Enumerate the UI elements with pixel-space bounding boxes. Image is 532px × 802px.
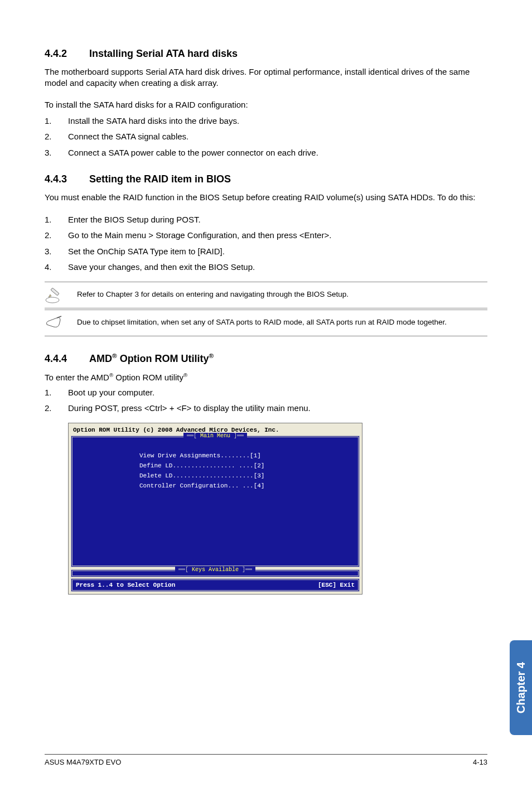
paragraph: The motherboard supports Serial ATA hard… (45, 66, 487, 89)
svg-rect-1 (51, 288, 59, 296)
bios-keys-box: ══[ Keys Available ]══ (71, 569, 360, 577)
ordered-list: 1.Install the SATA hard disks into the d… (45, 115, 487, 160)
bios-footer-right: [ESC] Exit (318, 582, 355, 588)
list-number: 1. (45, 386, 68, 399)
heading-4-4-2: 4.4.2Installing Serial ATA hard disks (45, 48, 487, 60)
list-number: 2. (45, 402, 68, 415)
bios-box-label: ══[ Main Menu ]══ (183, 433, 247, 439)
footer-right: 4-13 (473, 758, 487, 766)
list-number: 4. (45, 261, 68, 274)
bios-main-menu-box: ══[ Main Menu ]══ View Drive Assignments… (71, 436, 360, 567)
list-number: 3. (45, 147, 68, 160)
bios-menu-item: Controller Configuration... ...[4] (78, 481, 352, 491)
bios-screenshot: Option ROM Utility (c) 2008 Advanced Mic… (45, 421, 487, 595)
svg-marker-2 (49, 294, 51, 297)
bios-box-label: ══[ Keys Available ]══ (175, 567, 255, 573)
list-number: 2. (45, 131, 68, 143)
list-text: Boot up your computer. (68, 386, 154, 399)
list-text: Set the OnChip SATA Type item to [RAID]. (68, 245, 225, 258)
list-number: 2. (45, 229, 68, 242)
bios-menu-item: Delete LD......................[3] (78, 471, 352, 481)
heading-number: 4.4.2 (45, 48, 89, 60)
note-text: Refer to Chapter 3 for details on enteri… (77, 289, 349, 299)
paragraph: To install the SATA hard disks for a RAI… (45, 99, 487, 110)
bios-menu-item: View Drive Assignments........[1] (78, 451, 352, 461)
heading-4-4-3: 4.4.3Setting the RAID item in BIOS (45, 173, 487, 185)
list-text: During POST, press <Ctrl> + <F> to displ… (68, 402, 311, 415)
heading-text: Setting the RAID item in BIOS (89, 173, 231, 185)
list-number: 3. (45, 245, 68, 258)
hand-pointing-icon (45, 315, 67, 331)
paragraph: You must enable the RAID function in the… (45, 192, 487, 203)
chapter-side-tab: Chapter 4 (510, 640, 532, 735)
list-text: Save your changes, and then exit the BIO… (68, 261, 255, 274)
ordered-list: 1.Boot up your computer. 2.During POST, … (45, 386, 487, 415)
list-text: Enter the BIOS Setup during POST. (68, 214, 201, 226)
list-number: 1. (45, 214, 68, 226)
heading-text: Installing Serial ATA hard disks (89, 48, 238, 59)
list-text: Install the SATA hard disks into the dri… (68, 115, 239, 128)
heading-4-4-4: 4.4.4AMD® Option ROM Utility® (45, 352, 487, 365)
pencil-icon (45, 287, 67, 303)
list-text: Connect the SATA signal cables. (68, 131, 188, 143)
note-text: Due to chipset limitation, when set any … (77, 317, 447, 327)
bios-footer: Press 1..4 to Select Option [ESC] Exit (71, 578, 360, 592)
ordered-list: 1.Enter the BIOS Setup during POST. 2.Go… (45, 214, 487, 274)
page-footer: ASUS M4A79XTD EVO 4-13 (45, 754, 487, 766)
heading-number: 4.4.4 (45, 353, 89, 365)
paragraph: To enter the AMD® Option ROM utility® (45, 371, 487, 383)
note-block: Due to chipset limitation, when set any … (45, 310, 487, 336)
svg-point-0 (46, 297, 59, 303)
side-tab-label: Chapter 4 (515, 662, 528, 713)
bios-menu-item: Define LD................. ....[2] (78, 461, 352, 471)
footer-left: ASUS M4A79XTD EVO (45, 758, 121, 766)
bios-footer-left: Press 1..4 to Select Option (76, 582, 175, 588)
list-number: 1. (45, 115, 68, 128)
heading-number: 4.4.3 (45, 173, 89, 185)
list-text: Connect a SATA power cable to the power … (68, 147, 318, 160)
list-text: Go to the Main menu > Storage Configurat… (68, 229, 331, 242)
note-block: Refer to Chapter 3 for details on enteri… (45, 282, 487, 308)
heading-text: AMD® Option ROM Utility® (89, 353, 214, 364)
